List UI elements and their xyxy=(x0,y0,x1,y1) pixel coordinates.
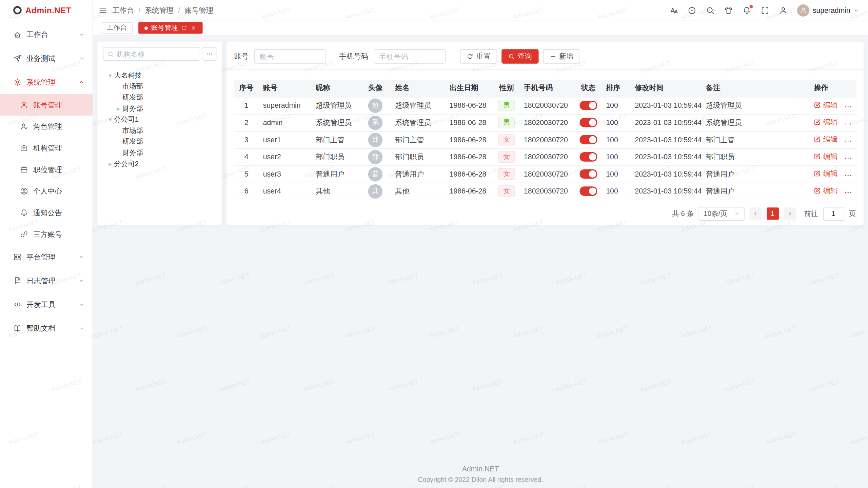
font-size-icon[interactable] xyxy=(669,6,678,15)
tree-node-3[interactable]: ▸财务部 xyxy=(103,103,217,114)
tree-node-7[interactable]: 财务部 xyxy=(103,147,217,158)
page-size-select[interactable]: 10条/页 xyxy=(699,207,745,221)
sidebar-subitem-2-1[interactable]: 角色管理 xyxy=(0,116,93,137)
cell-phone: 18020030720 xyxy=(519,114,575,131)
cell-sort: 100 xyxy=(601,97,630,114)
sidebar-item-1[interactable]: 业务测试 xyxy=(0,46,93,70)
content-area: ▾大名科技市场部研发部▸财务部▾分公司1市场部研发部财务部▸分公司2 账号 手机… xyxy=(93,36,868,488)
close-tab-icon[interactable] xyxy=(191,25,197,31)
sidebar-item-0[interactable]: 工作台 xyxy=(0,23,93,46)
theme-skin-icon[interactable] xyxy=(724,6,733,15)
row-more-button[interactable] xyxy=(844,171,852,179)
edit-icon xyxy=(814,170,821,177)
gender-badge: 女 xyxy=(498,185,515,197)
breadcrumb-item-workbench[interactable]: 工作台 xyxy=(112,5,134,15)
sidebar-subitem-2-2[interactable]: 机构管理 xyxy=(0,137,93,159)
tab-workbench[interactable]: 工作台 xyxy=(101,22,133,34)
status-toggle[interactable] xyxy=(579,169,597,179)
row-more-button[interactable] xyxy=(844,103,852,111)
gender-badge: 女 xyxy=(498,151,515,163)
tab-account-mgmt[interactable]: 账号管理 xyxy=(138,22,202,34)
edit-label: 编辑 xyxy=(823,151,837,161)
edit-button[interactable]: 编辑 xyxy=(814,169,837,179)
phone-filter-input[interactable] xyxy=(374,49,446,63)
cell-modified: 2023-01-03 10:59:44 xyxy=(630,148,702,166)
status-toggle[interactable] xyxy=(579,118,597,127)
page-unit-label: 页 xyxy=(849,209,856,218)
tree-node-6[interactable]: 研发部 xyxy=(103,136,217,147)
refresh-tab-icon[interactable] xyxy=(181,25,187,31)
status-toggle[interactable] xyxy=(579,135,597,144)
fullscreen-icon[interactable] xyxy=(761,6,769,15)
cell-index: 5 xyxy=(234,165,259,183)
column-header-5: 出生日期 xyxy=(445,80,494,97)
query-button[interactable]: 查询 xyxy=(501,49,538,63)
toggle-knob xyxy=(589,188,596,195)
cell-birthdate: 1986-06-28 xyxy=(445,131,494,148)
sidebar-item-label: 开发工具 xyxy=(26,300,55,309)
goto-page-input[interactable] xyxy=(823,207,844,221)
reset-button[interactable]: 重置 xyxy=(460,49,497,63)
sidebar-subitem-2-3[interactable]: 职位管理 xyxy=(0,159,93,181)
row-more-button[interactable] xyxy=(844,155,852,162)
user-menu[interactable]: superadmin xyxy=(797,4,859,16)
edit-button[interactable]: 编辑 xyxy=(814,117,837,127)
sidebar-item-3[interactable]: 平台管理 xyxy=(0,245,93,269)
sidebar-subitem-2-5[interactable]: 通知公告 xyxy=(0,202,93,224)
tree-node-5[interactable]: 市场部 xyxy=(103,125,217,136)
cell-actions: 编辑 xyxy=(809,114,856,131)
tree-node-8[interactable]: ▸分公司2 xyxy=(103,158,217,169)
edit-button[interactable]: 编辑 xyxy=(814,100,837,110)
search-icon[interactable] xyxy=(706,6,715,15)
row-more-button[interactable] xyxy=(844,137,852,145)
status-toggle[interactable] xyxy=(579,186,597,196)
chevron-up-icon xyxy=(79,79,85,85)
tree-node-4[interactable]: ▾分公司1 xyxy=(103,114,217,125)
caret-down-icon[interactable]: ▾ xyxy=(106,116,114,123)
breadcrumb-item-system[interactable]: 系统管理 xyxy=(145,5,174,15)
tree-node-0[interactable]: ▾大名科技 xyxy=(103,70,217,81)
org-more-button[interactable] xyxy=(203,47,217,61)
sidebar-item-4[interactable]: 日志管理 xyxy=(0,269,93,292)
caret-right-icon[interactable]: ▸ xyxy=(115,105,122,112)
sidebar-item-6[interactable]: 帮助文档 xyxy=(0,317,93,340)
sidebar-subitem-2-6[interactable]: 三方账号 xyxy=(0,224,93,245)
sidebar-collapse-button[interactable] xyxy=(99,6,107,14)
status-toggle[interactable] xyxy=(579,101,597,110)
row-more-button[interactable] xyxy=(844,189,852,197)
caret-right-icon[interactable]: ▸ xyxy=(106,160,114,167)
goto-label: 前往 xyxy=(804,209,818,218)
sidebar-item-2[interactable]: 系统管理 xyxy=(0,70,93,94)
sidebar-item-label: 业务测试 xyxy=(26,54,55,63)
notifications-button[interactable] xyxy=(742,6,751,15)
cell-avatar: 部 xyxy=(360,131,391,148)
edit-button[interactable]: 编辑 xyxy=(814,186,837,196)
next-page-button[interactable] xyxy=(784,207,796,220)
current-page-button[interactable]: 1 xyxy=(766,207,778,220)
sidebar-item-5[interactable]: 开发工具 xyxy=(0,293,93,317)
sidebar-subitem-2-0[interactable]: 账号管理 xyxy=(0,94,93,116)
status-toggle[interactable] xyxy=(579,152,597,162)
edit-button[interactable]: 编辑 xyxy=(814,135,837,144)
account-filter-input[interactable] xyxy=(254,49,326,63)
cell-nickname: 超级管理员 xyxy=(311,97,360,114)
edit-button[interactable]: 编辑 xyxy=(814,151,837,161)
cell-name: 超级管理员 xyxy=(391,97,445,114)
tree-node-1[interactable]: 市场部 xyxy=(103,81,217,92)
row-more-button[interactable] xyxy=(844,120,852,128)
cell-remark: 普通用户 xyxy=(702,165,809,183)
sidebar-subitem-2-4[interactable]: 个人中心 xyxy=(0,180,93,202)
column-header-10: 修改时间 xyxy=(630,80,702,97)
caret-down-icon[interactable]: ▾ xyxy=(106,72,114,79)
prev-page-button[interactable] xyxy=(749,207,762,220)
phone-filter-label: 手机号码 xyxy=(339,52,368,61)
user-icon[interactable] xyxy=(779,6,788,15)
cell-phone: 18020030720 xyxy=(519,148,575,166)
toggle-knob xyxy=(589,170,596,178)
circle-dot-icon[interactable] xyxy=(688,6,696,15)
tree-node-2[interactable]: 研发部 xyxy=(103,92,217,103)
chevron-left-icon xyxy=(753,211,758,216)
column-header-2: 昵称 xyxy=(311,80,360,97)
org-search-input[interactable] xyxy=(117,50,195,58)
add-button[interactable]: 新增 xyxy=(543,49,580,63)
